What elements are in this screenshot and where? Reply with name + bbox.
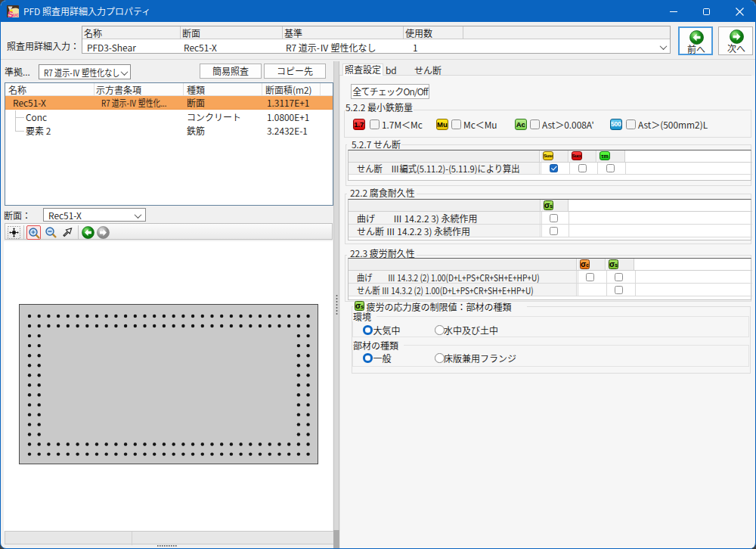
svg-text:uc: uc [13,12,19,17]
